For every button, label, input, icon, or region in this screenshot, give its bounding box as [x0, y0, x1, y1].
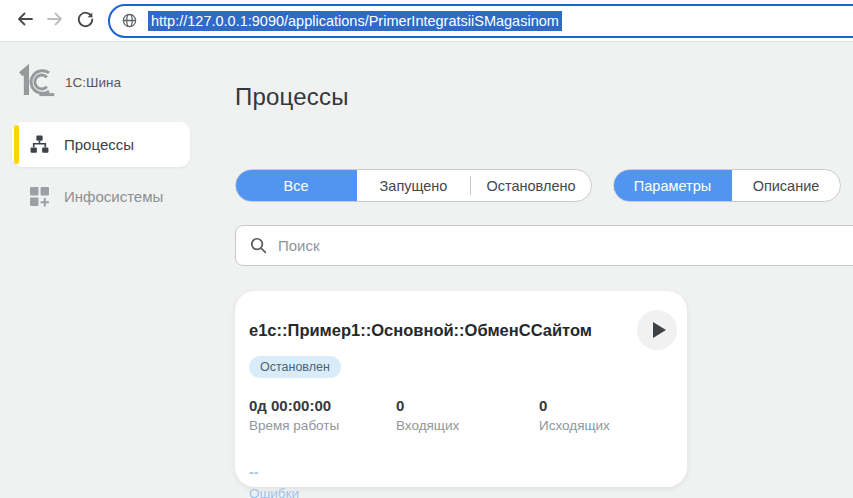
stat-value: 0 — [396, 397, 539, 414]
sidebar-item-label: Инфосистемы — [64, 188, 163, 205]
active-indicator — [14, 125, 19, 164]
main-content: Процессы Все Запущено Остановлено Параме… — [210, 42, 853, 498]
play-button[interactable] — [637, 310, 677, 350]
page-title: Процессы — [235, 83, 853, 111]
tab-stopped[interactable]: Остановлено — [471, 170, 591, 201]
process-card[interactable]: e1c::Пример1::Основной::ОбменССайтом Ост… — [235, 291, 687, 487]
search-box[interactable] — [235, 225, 853, 266]
grid-plus-icon — [29, 186, 50, 207]
back-icon — [15, 9, 35, 32]
sidebar-item-label: Процессы — [64, 136, 134, 153]
url-bar[interactable]: http://127.0.0.1:9090/applications/Prime… — [108, 4, 853, 38]
process-title: e1c::Пример1::Основной::ОбменССайтом — [249, 321, 592, 340]
play-icon — [653, 322, 666, 338]
stat-label: Входящих — [396, 418, 539, 433]
stat-value: 0д 00:00:00 — [249, 397, 396, 414]
globe-icon — [121, 12, 138, 29]
refresh-icon — [76, 10, 95, 32]
back-button[interactable] — [10, 6, 40, 36]
errors-label: Ошибки — [249, 486, 677, 498]
1c-logo — [16, 64, 56, 100]
browser-window: http://127.0.0.1:9090/applications/Prime… — [0, 0, 853, 498]
process-stats: 0д 00:00:00 Время работы 0 Входящих 0 Ис… — [249, 397, 677, 433]
stat-incoming: 0 Входящих — [396, 397, 539, 433]
tab-description[interactable]: Описание — [732, 170, 840, 201]
sidebar-item-infosystems[interactable]: Инфосистемы — [12, 175, 190, 217]
process-card-header: e1c::Пример1::Основной::ОбменССайтом — [249, 310, 677, 350]
stat-value: 0 — [539, 397, 610, 414]
url-text: http://127.0.0.1:9090/applications/Prime… — [148, 11, 562, 31]
sidebar: 1С:Шина Процессы — [0, 42, 210, 498]
search-icon — [249, 236, 268, 255]
tabs-row: Все Запущено Остановлено Параметры Описа… — [235, 169, 853, 202]
search-input[interactable] — [278, 237, 853, 254]
status-filter-tabs: Все Запущено Остановлено — [235, 169, 592, 202]
stat-label: Исходящих — [539, 418, 610, 433]
view-tabs: Параметры Описание — [613, 169, 841, 202]
refresh-button[interactable] — [70, 6, 100, 36]
tab-all[interactable]: Все — [235, 169, 357, 202]
sitemap-icon — [29, 134, 50, 155]
app-logo-row: 1С:Шина — [0, 58, 210, 106]
tab-running[interactable]: Запущено — [357, 170, 470, 201]
app-name: 1С:Шина — [65, 75, 121, 90]
errors-value: -- — [249, 464, 677, 480]
stat-label: Время работы — [249, 418, 396, 433]
status-badge: Остановлен — [249, 356, 341, 378]
sidebar-item-processes[interactable]: Процессы — [12, 122, 190, 167]
app-page: 1С:Шина Процессы — [0, 42, 853, 498]
forward-icon — [45, 9, 65, 32]
tab-parameters[interactable]: Параметры — [613, 169, 732, 202]
stat-outgoing: 0 Исходящих — [539, 397, 610, 433]
forward-button[interactable] — [40, 6, 70, 36]
browser-toolbar: http://127.0.0.1:9090/applications/Prime… — [0, 0, 853, 42]
stat-uptime: 0д 00:00:00 Время работы — [249, 397, 396, 433]
errors-section: -- Ошибки — [249, 464, 677, 498]
